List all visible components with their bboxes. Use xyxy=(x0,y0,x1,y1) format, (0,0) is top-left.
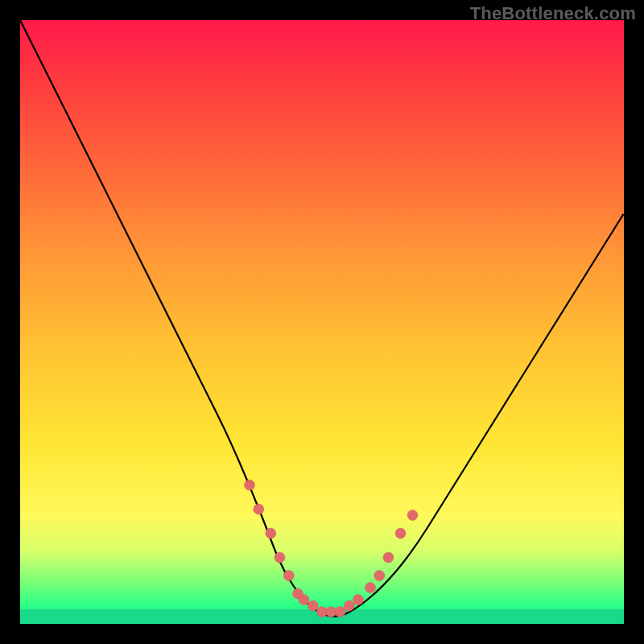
data-point xyxy=(254,504,264,514)
data-point xyxy=(374,571,385,581)
data-point xyxy=(407,510,418,521)
bottleneck-curve xyxy=(20,20,624,617)
data-point xyxy=(335,607,345,617)
chart-svg xyxy=(20,20,624,624)
data-point xyxy=(395,528,406,539)
watermark-text: TheBottleneck.com xyxy=(470,3,636,24)
data-point xyxy=(344,601,354,611)
data-point xyxy=(353,595,364,605)
data-point xyxy=(299,595,309,605)
plot-area xyxy=(20,20,624,624)
data-points-group xyxy=(245,480,419,617)
data-point xyxy=(283,571,294,581)
data-point xyxy=(245,480,255,490)
data-point xyxy=(266,528,276,539)
data-point xyxy=(308,601,318,611)
data-point xyxy=(365,583,376,593)
data-point xyxy=(383,552,394,563)
data-point xyxy=(275,552,285,563)
